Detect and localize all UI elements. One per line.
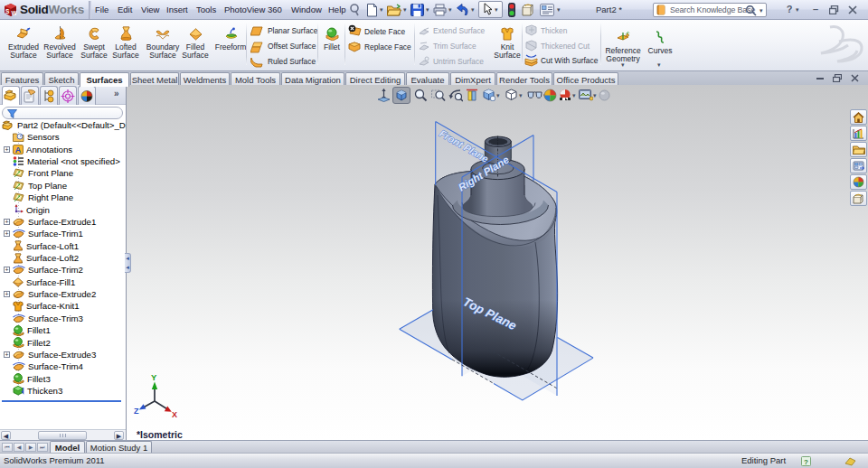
svg-text:?: ? [804,458,808,466]
svg-text:X: X [172,410,177,419]
svg-text:Y: Y [151,372,157,382]
svg-text:Z: Z [134,407,139,416]
svg-text:A: A [15,145,22,154]
